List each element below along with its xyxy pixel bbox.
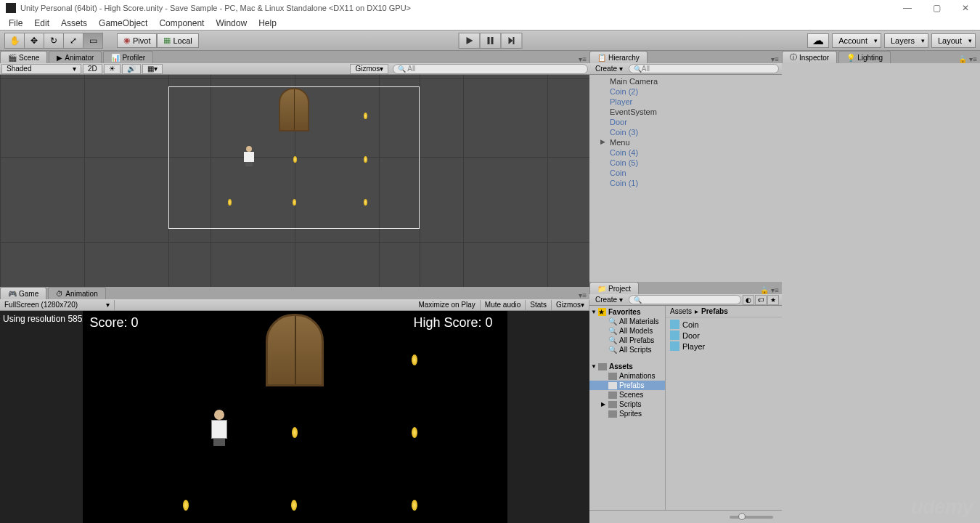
hierarchy-create-dropdown[interactable]: Create ▾ — [592, 65, 626, 73]
menu-component[interactable]: Component — [153, 17, 210, 30]
scale-tool-button[interactable]: ⤢ — [63, 33, 83, 49]
project-breadcrumb[interactable]: Assets▸Prefabs — [666, 306, 782, 317]
coin-sprite[interactable] — [293, 199, 296, 206]
hierarchy-item[interactable]: Main Camera — [589, 76, 782, 86]
coin-sprite[interactable] — [293, 156, 297, 163]
maximize-on-play-toggle[interactable]: Maximize on Play — [414, 300, 480, 310]
search-type-icon[interactable]: 🏷 — [755, 295, 767, 305]
project-create-dropdown[interactable]: Create ▾ — [592, 296, 626, 304]
rect-tool-button[interactable]: ▭ — [83, 33, 103, 49]
game-gizmos-dropdown[interactable]: Gizmos ▾ — [552, 300, 589, 310]
favorites-node[interactable]: ▼★Favorites — [589, 307, 665, 317]
project-content[interactable]: Assets▸Prefabs Coin Door Player — [666, 306, 782, 510]
search-filter-icon[interactable]: ◐ — [743, 295, 754, 305]
shaded-dropdown[interactable]: Shaded▾ — [1, 64, 81, 74]
player-sprite[interactable] — [242, 146, 256, 166]
menu-gameobject[interactable]: GameObject — [93, 17, 153, 30]
fav-item[interactable]: 🔍All Prefabs — [589, 336, 665, 345]
play-button[interactable] — [459, 33, 481, 49]
game-tab-options[interactable]: ▾≡ — [579, 291, 589, 299]
mute-audio-toggle[interactable]: Mute audio — [481, 300, 526, 310]
project-tab-options[interactable]: 🔒 ▾≡ — [760, 286, 782, 294]
tab-inspector[interactable]: ⓘInspector — [782, 51, 837, 63]
effects-toggle-icon[interactable]: ▦▾ — [142, 64, 163, 74]
game-coin-sprite — [412, 354, 417, 365]
assets-node[interactable]: ▼Assets — [589, 362, 665, 371]
menu-window[interactable]: Window — [210, 17, 253, 30]
hierarchy-item[interactable]: Coin (3) — [589, 127, 782, 137]
layout-dropdown[interactable]: Layout — [931, 33, 976, 48]
folder-scenes[interactable]: Scenes — [589, 390, 665, 400]
layers-dropdown[interactable]: Layers — [884, 33, 928, 48]
stats-toggle[interactable]: Stats — [526, 300, 552, 310]
search-save-icon[interactable]: ★ — [767, 295, 779, 305]
door-sprite[interactable] — [279, 88, 309, 131]
account-dropdown[interactable]: Account — [832, 33, 881, 48]
menu-assets[interactable]: Assets — [55, 17, 93, 30]
hierarchy-list[interactable]: Main CameraCoin (2)PlayerEventSystemDoor… — [589, 75, 782, 282]
pivot-toggle[interactable]: ◉Pivot — [117, 33, 157, 48]
cloud-button[interactable]: ☁ — [807, 33, 829, 48]
coin-sprite[interactable] — [364, 113, 367, 119]
tab-scene[interactable]: 🎬Scene — [0, 51, 47, 63]
game-door-sprite — [266, 314, 324, 386]
hierarchy-item[interactable]: Door — [589, 117, 782, 127]
tab-game[interactable]: 🎮Game — [0, 287, 46, 299]
fav-item[interactable]: 🔍All Models — [589, 326, 665, 336]
hierarchy-item[interactable]: EventSystem — [589, 107, 782, 117]
folder-scripts[interactable]: ▶Scripts — [589, 400, 665, 409]
folder-prefabs[interactable]: Prefabs — [589, 381, 665, 390]
folder-animations[interactable]: Animations — [589, 371, 665, 381]
audio-toggle-icon[interactable]: 🔊 — [122, 64, 141, 74]
coin-sprite[interactable] — [364, 199, 367, 206]
tab-hierarchy[interactable]: 📋Hierarchy — [589, 51, 648, 63]
hierarchy-item[interactable]: Coin — [589, 168, 782, 178]
hierarchy-search-input[interactable]: 🔍All — [629, 64, 779, 73]
hierarchy-item[interactable]: Coin (5) — [589, 158, 782, 168]
local-toggle[interactable]: ▦Local — [157, 33, 198, 48]
2d-toggle[interactable]: 2D — [83, 64, 102, 74]
project-zoom-slider[interactable] — [730, 516, 773, 519]
coin-sprite[interactable] — [228, 199, 232, 206]
fav-item[interactable]: 🔍All Materials — [589, 317, 665, 326]
maximize-button[interactable]: ▢ — [922, 0, 951, 16]
rotate-tool-button[interactable]: ↻ — [44, 33, 64, 49]
close-button[interactable]: ✕ — [951, 0, 980, 16]
game-view[interactable]: Using resolution 585x329 Score: 0 High S… — [0, 311, 589, 523]
coin-sprite[interactable] — [364, 156, 367, 163]
tab-animator[interactable]: ▶Animator — [49, 51, 102, 63]
tab-lighting[interactable]: 💡Lighting — [838, 51, 891, 63]
fav-item[interactable]: 🔍All Scripts — [589, 345, 665, 354]
minimize-button[interactable]: — — [893, 0, 922, 16]
hierarchy-item[interactable]: Coin (4) — [589, 147, 782, 158]
hierarchy-item[interactable]: ▶Menu — [589, 137, 782, 147]
hand-tool-button[interactable]: ✋ — [4, 33, 25, 49]
prefab-coin[interactable]: Coin — [666, 319, 782, 330]
project-folder-tree[interactable]: ▼★Favorites 🔍All Materials 🔍All Models 🔍… — [589, 306, 666, 510]
pause-button[interactable] — [480, 33, 502, 49]
tab-profiler[interactable]: 📊Profiler — [103, 51, 153, 63]
prefab-door[interactable]: Door — [666, 330, 782, 341]
scene-tab-options[interactable]: ▾≡ — [579, 55, 589, 63]
menu-edit[interactable]: Edit — [28, 17, 55, 30]
scene-search-input[interactable]: 🔍All — [393, 64, 588, 74]
lighting-toggle-icon[interactable]: ☀ — [104, 64, 121, 74]
tab-animation[interactable]: ⏱Animation — [48, 287, 105, 299]
hierarchy-item[interactable]: Player — [589, 97, 782, 107]
inspector-tab-options[interactable]: 🔒 ▾≡ — [958, 55, 980, 63]
prefab-player[interactable]: Player — [666, 341, 782, 352]
tab-project[interactable]: 📁Project — [589, 282, 639, 294]
project-search-input[interactable]: 🔍 — [629, 295, 741, 304]
move-tool-button[interactable]: ✥ — [24, 33, 44, 49]
resolution-dropdown[interactable]: FullScreen (1280x720)▾ — [0, 300, 115, 310]
hierarchy-item[interactable]: Coin (2) — [589, 86, 782, 97]
hierarchy-item[interactable]: Coin (1) — [589, 178, 782, 188]
gizmos-dropdown[interactable]: Gizmos ▾ — [350, 64, 388, 74]
folder-sprites[interactable]: Sprites — [589, 409, 665, 418]
menu-file[interactable]: File — [3, 17, 28, 30]
scene-view[interactable] — [0, 75, 589, 287]
step-button[interactable] — [501, 33, 523, 49]
game-coin-sprite — [412, 500, 417, 511]
menu-help[interactable]: Help — [253, 17, 282, 30]
hierarchy-tab-options[interactable]: ▾≡ — [771, 55, 782, 63]
